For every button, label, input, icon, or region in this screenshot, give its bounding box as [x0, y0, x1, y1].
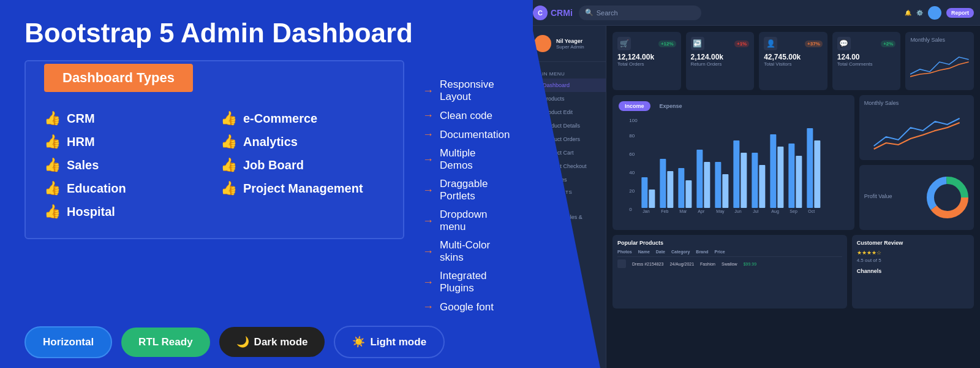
arrow-icon: →: [423, 245, 434, 258]
donut-chart-card: Profit Value: [859, 165, 974, 230]
sidebar-item-product-orders[interactable]: Product Orders: [533, 132, 606, 146]
horizontal-button[interactable]: Horizontal: [24, 326, 112, 358]
sidebar-item-products[interactable]: Products: [533, 92, 606, 105]
svg-rect-15: [722, 174, 728, 208]
dashboard-search[interactable]: 🔍 Search: [579, 6, 701, 20]
svg-rect-17: [741, 153, 747, 208]
svg-rect-14: [715, 162, 721, 208]
sidebar-item-product-details[interactable]: Product Details: [533, 119, 606, 132]
svg-text:Jun: Jun: [734, 209, 741, 213]
stat-card-monthly-sales: Monthly Sales: [905, 32, 974, 90]
visitors-value: 42,745.00k: [764, 53, 823, 61]
product-price: $99.99: [744, 262, 756, 266]
menu-dot-icon: [534, 178, 538, 182]
sidebar-item-product-cart[interactable]: Product Cart: [533, 146, 606, 159]
orders-value: 12,124.00k: [617, 53, 676, 61]
chart-tabs: Income Expense: [619, 101, 848, 111]
dashboard-topbar: C CRMi 🔍 Search 🔔 ⚙️ Report: [533, 0, 980, 26]
product-brand: Swallow: [722, 262, 737, 266]
tab-income[interactable]: Income: [619, 101, 650, 111]
svg-text:40: 40: [629, 170, 635, 175]
comments-icon: 💬: [837, 37, 851, 50]
table-row: Dress #2154823 24/Aug/2021 Fashion Swall…: [617, 257, 842, 270]
list-item[interactable]: 👍 Sales: [44, 157, 208, 173]
svg-rect-16: [733, 140, 739, 208]
thumb-icon: 👍: [221, 157, 237, 173]
th-price: Price: [715, 250, 725, 254]
comments-badge: +2%: [881, 40, 895, 47]
thumb-icon: 👍: [44, 204, 61, 220]
comments-value: 124.00: [837, 53, 896, 61]
arrow-icon: →: [423, 276, 434, 289]
th-name: Name: [638, 250, 650, 254]
svg-text:100: 100: [629, 118, 638, 123]
list-item[interactable]: 👍 Job Board: [221, 157, 385, 173]
list-item[interactable]: 👍 CRM: [44, 110, 208, 126]
list-item[interactable]: 👍 Education: [44, 180, 208, 196]
svg-rect-25: [814, 140, 820, 208]
svg-text:May: May: [716, 209, 725, 214]
sidebar-item-features[interactable]: Features: [533, 197, 606, 210]
sidebar-item-product-checkout[interactable]: Product Checkout: [533, 159, 606, 173]
moon-icon: 🌙: [236, 335, 249, 348]
sidebar-item-dashboard[interactable]: Dashboard: [533, 79, 606, 92]
arrow-icon: →: [423, 109, 434, 122]
menu-label: Main Menu: [533, 68, 606, 79]
list-item[interactable]: 👍 HRM: [44, 134, 208, 150]
products-table-card: Popular Products Photos Name Date Catego…: [612, 235, 847, 309]
tab-expense[interactable]: Expense: [654, 101, 688, 111]
user-name: Nil Yeager: [556, 38, 584, 44]
stat-card-comments: 💬 +2% 124.00 Total Comments: [832, 32, 901, 90]
sidebar-avatar: [534, 35, 551, 52]
line-chart-small-svg: [864, 109, 969, 155]
list-item: → Integrated Plugins: [423, 270, 510, 294]
menu-dot-icon: [534, 124, 538, 128]
report-button[interactable]: Report: [946, 8, 974, 18]
svg-rect-6: [641, 177, 647, 208]
list-item[interactable]: 👍 Project Management: [221, 180, 385, 196]
left-section: Bootstrap 5 Admin Dashboard Dashboard Ty…: [0, 0, 533, 368]
menu-dot-icon: [534, 151, 538, 155]
svg-rect-24: [807, 128, 813, 208]
product-date: 24/Aug/2021: [669, 262, 694, 266]
th-date: Date: [656, 250, 665, 254]
thumb-icon: 👍: [44, 180, 61, 196]
topbar-right: 🔔 ⚙️ Report: [905, 6, 974, 20]
user-info: Nil Yeager Super Admin: [533, 35, 606, 62]
menu-dot-icon: [534, 164, 538, 168]
search-icon: 🔍: [585, 9, 594, 17]
returns-label: Return Orders: [691, 61, 750, 67]
orders-icon: 🛒: [617, 37, 631, 50]
rtl-button[interactable]: RTL Ready: [121, 328, 210, 357]
list-item: → Documentation: [423, 128, 510, 141]
svg-rect-22: [788, 144, 794, 208]
light-mode-button[interactable]: ☀️ Light mode: [334, 326, 445, 358]
dark-mode-button[interactable]: 🌙 Dark mode: [219, 327, 325, 357]
svg-text:Aug: Aug: [771, 209, 779, 214]
returns-badge: +1%: [734, 40, 749, 47]
svg-text:Jan: Jan: [643, 209, 649, 213]
profit-label: Profit Value: [864, 193, 892, 199]
comments-label: Total Comments: [837, 61, 896, 67]
dashboard-types-box: Dashboard Types 👍 CRM 👍 e-Commerce 👍 HRM…: [24, 60, 404, 239]
dashboard-types-badge: Dashboard Types: [44, 64, 193, 92]
stats-row: 🛒 +12% 12,124.00k Total Orders ↩️ +1% 2,…: [612, 32, 974, 90]
list-item[interactable]: 👍 Analytics: [221, 134, 385, 150]
sidebar-item-product-edit[interactable]: Product Edit: [533, 105, 606, 119]
notification-icon: 🔔: [905, 10, 911, 16]
orders-label: Total Orders: [617, 61, 676, 67]
list-item[interactable]: 👍 e-Commerce: [221, 110, 385, 126]
table-header: Photos Name Date Category Brand Price: [617, 250, 842, 257]
list-item: → Google font: [423, 301, 510, 313]
sidebar-item-expenses[interactable]: Expenses: [533, 173, 606, 186]
dashboard-grid: 👍 CRM 👍 e-Commerce 👍 HRM 👍 Analytics 👍: [44, 110, 385, 220]
menu-dot-icon: [534, 83, 538, 87]
line-chart-card: Monthly Sales: [859, 95, 974, 160]
channels-label: Channels: [857, 268, 969, 274]
visitors-badge: +37%: [805, 40, 823, 47]
sidebar-item-forms[interactable]: Forms, Tables & Charts: [533, 210, 606, 230]
svg-rect-8: [660, 159, 666, 208]
list-item[interactable]: 👍 Hospital: [44, 204, 208, 220]
list-item: → Dropdown menu: [423, 209, 510, 233]
svg-text:Jul: Jul: [753, 209, 758, 213]
